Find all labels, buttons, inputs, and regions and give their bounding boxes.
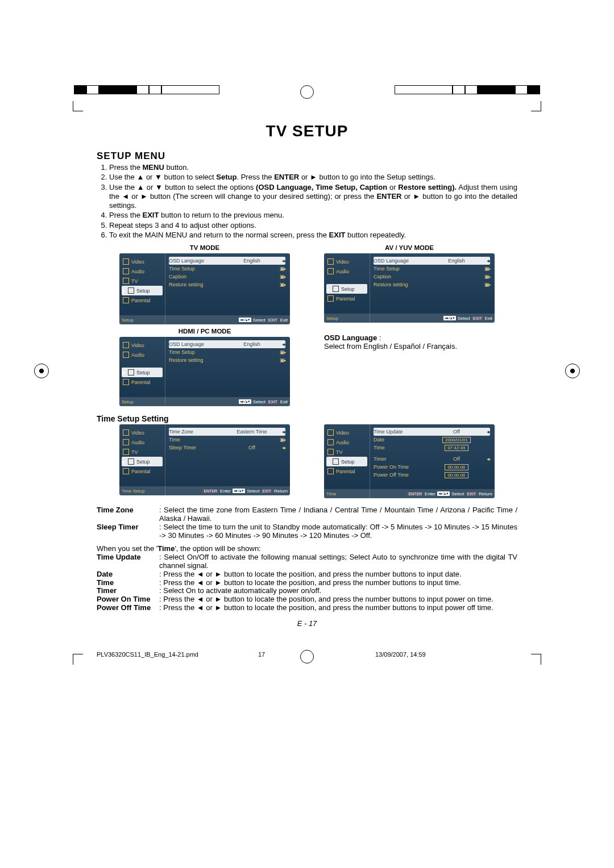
osd-row-restore: Restore setting▣▸: [169, 356, 285, 364]
sidebar-label: TV: [336, 449, 343, 455]
def-text: : Press the ◄ or ► button to locate the …: [159, 595, 517, 604]
audio-icon: [123, 352, 129, 358]
text: :: [377, 333, 381, 342]
audio-icon: [327, 439, 334, 445]
sidebar-label: Parental: [131, 469, 151, 474]
opt-label: OSD Language: [374, 258, 437, 264]
mode-label-tv: TV MODE: [119, 244, 290, 251]
opt-label: Restore setting: [169, 357, 232, 363]
sidebar-label: Setup: [136, 459, 150, 465]
text-bold: Setup: [216, 173, 237, 181]
text: When you set the ': [97, 544, 157, 553]
sidebar-item-parental: Parental: [326, 294, 367, 303]
text-bold: OSD Language: [324, 333, 377, 342]
text-bold: Time: [157, 544, 175, 553]
hint-pill: ENTER: [407, 492, 423, 496]
osd-panel-time-setup: Video Audio TV ▸Setup Parental Time Zone…: [119, 424, 290, 495]
crop-tick: [531, 111, 541, 111]
step-1: Press the MENU button.: [109, 163, 517, 172]
hint-pill: EXIT: [466, 492, 477, 496]
opt-value: Off: [437, 429, 476, 435]
setup-icon: [128, 287, 134, 294]
sidebar-item-audio: Audio: [326, 266, 367, 276]
sidebar-item-parental: Parental: [326, 466, 367, 476]
opt-value: English: [232, 258, 272, 264]
text-bold: MENU: [143, 163, 164, 172]
sidebar-item-parental: Parental: [122, 295, 163, 305]
text-bold: Restore setting).: [398, 183, 457, 191]
opt-label: Time Setup: [374, 266, 437, 272]
hint-text: Enter: [220, 489, 231, 494]
hint-text: Select: [451, 491, 464, 496]
crop-tick: [531, 654, 541, 654]
chevron-right-icon: ▸: [123, 459, 126, 465]
sidebar-label: Video: [131, 430, 144, 436]
setup-icon: [128, 458, 134, 465]
crop-tick: [73, 654, 83, 654]
osd-row-timer: TimerOff◂▸: [374, 455, 490, 463]
text: ', the option will be shown:: [175, 544, 260, 553]
osd-row-time-setup: Time Setup▣▸: [169, 348, 285, 356]
osd-row-time-zone: Time ZoneEastern Time◂▸: [169, 428, 285, 436]
opt-value: Off: [232, 445, 272, 450]
def-text: : Select On/Off to activate the followin…: [159, 553, 517, 570]
sidebar-item-setup: ▸Setup: [122, 286, 163, 295]
lr-arrow-icon: ◂▸: [272, 429, 285, 435]
text-bold: EXIT: [329, 231, 346, 239]
def-timer: Timer: Select On to activate automatical…: [97, 587, 517, 595]
def-term: Timer: [97, 587, 159, 595]
footer-label: Setup: [122, 399, 239, 404]
osd-row-power-off: Power Off Time00:00:00: [374, 471, 490, 479]
video-icon: [123, 342, 129, 348]
def-term: Power On Time: [97, 595, 159, 604]
crop-tick: [73, 111, 83, 111]
video-icon: [123, 258, 129, 265]
footer-hint: ◂▸/▴▾SelectEXITExit: [239, 399, 288, 404]
sidebar-item-tv: TV: [326, 447, 367, 457]
opt-label: Power On Time: [374, 464, 437, 470]
reg-bar-right: [330, 85, 540, 95]
footer-file: PLV36320CS11_IB_Eng_14-21.pmd: [97, 651, 239, 658]
osd-row-restore: Restore setting▣▸: [169, 281, 285, 289]
lr-arrow-icon: ◂▸: [272, 341, 285, 347]
enter-arrow-icon: ▣▸: [272, 266, 285, 272]
osd-row-osd-language: OSD LanguageEnglish◂▸: [169, 340, 285, 348]
osd-row-time: Time▣▸: [169, 436, 285, 444]
lr-arrow-icon: ◂▸: [272, 258, 285, 264]
text: Use the ▲ or ▼ button to select: [109, 173, 216, 181]
sidebar-item-audio: Audio: [122, 437, 163, 447]
opt-label: OSD Language: [169, 341, 232, 347]
osd-row-caption: Caption▣▸: [169, 273, 285, 281]
enter-arrow-icon: ▣▸: [476, 266, 490, 272]
audio-icon: [327, 268, 334, 274]
def-time-update: Time Update: Select On/Off to activate t…: [97, 553, 517, 570]
opt-value: 2000/01/01: [442, 437, 471, 443]
hint-text: Enter: [425, 491, 435, 496]
enter-arrow-icon: ▣▸: [272, 357, 285, 363]
opt-value: 07:42:49: [445, 445, 468, 451]
hint-pill: EXIT: [472, 316, 483, 320]
hint-pill: EXIT: [267, 400, 279, 404]
crop-tick: [541, 101, 541, 111]
osd-row-date: Date2000/01/01: [374, 436, 490, 444]
osd-language-heading: OSD Language :: [324, 333, 495, 342]
footer-hint: ENTEREnter◂▸/▴▾SelectEXITReturn: [407, 491, 492, 496]
lr-arrow-icon: ◂▸: [476, 258, 490, 264]
sidebar-label: Audio: [336, 269, 349, 274]
hint-text: Exit: [485, 316, 492, 321]
setup-icon: [333, 458, 339, 465]
opt-value: 00:00:00: [445, 472, 468, 478]
osd-row-restore: Restore setting▣▸: [374, 281, 490, 289]
footer-label: Time: [326, 491, 407, 496]
sidebar-label: Setup: [136, 370, 150, 375]
enter-arrow-icon: ▣▸: [272, 274, 285, 279]
sidebar-item-video: Video: [326, 428, 367, 437]
opt-label: Caption: [169, 274, 232, 279]
sidebar-label: Video: [336, 259, 349, 265]
chevron-right-icon: ▸: [123, 288, 126, 294]
text-bold: EXIT: [143, 211, 159, 219]
parental-icon: [327, 468, 334, 474]
osd-row-sleep-timer: Sleep TimerOff◂▸: [169, 444, 285, 452]
opt-label: Time: [374, 445, 437, 450]
def-term: Time Zone: [97, 506, 159, 523]
